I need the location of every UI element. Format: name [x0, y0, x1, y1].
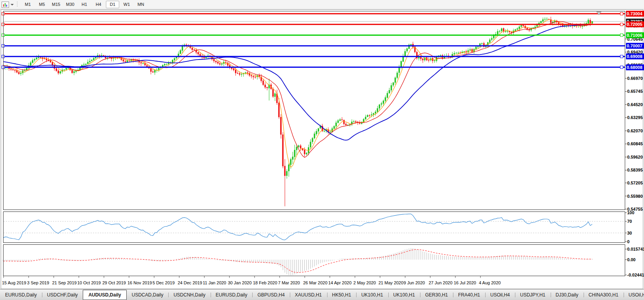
date-axis-label: 11 Jan 2020 [203, 280, 226, 285]
price-axis-tick: 0.58395 [627, 168, 643, 172]
toolbar-drag-handle[interactable] [17, 2, 18, 7]
date-axis-label: 15 Aug 2019 [2, 280, 26, 285]
top-toolbar: M1M5M15M30H1H4D1W1MN [0, 0, 644, 9]
ohlc-close: 0.72282 [106, 11, 123, 16]
timeframe-button-d1[interactable]: D1 [106, 1, 119, 8]
date-axis-label: 27 Jun 2020 [429, 280, 453, 285]
hline-price-badge: 0.72005 [626, 22, 644, 27]
chart-window[interactable] [1, 9, 643, 289]
symbol-tab-usoil-h4[interactable]: USOil,H4 [485, 291, 515, 299]
timeframe-button-h1[interactable]: H1 [78, 1, 91, 8]
chart-symbol-period: AUDUSD,Daily [11, 11, 44, 16]
date-axis-label: 21 Sep 2019 [52, 280, 76, 285]
chart-windows-icon[interactable] [2, 2, 9, 8]
date-axis-label: 21 May 2020 [378, 280, 404, 285]
date-axis-label: 14 Apr 2020 [328, 280, 351, 285]
date-axis-label: 29 Oct 2019 [102, 280, 126, 285]
date-axis-label: 10 Oct 2019 [77, 280, 101, 285]
rsi-name: RSI(14) [5, 213, 20, 218]
symbol-tab-china300-h1[interactable]: CHINA300,H1 [584, 291, 624, 299]
hline-price-badge: 0.71006 [626, 32, 644, 38]
timeframe-button-w1[interactable]: W1 [120, 1, 133, 8]
ohlc-high: 0.72291 [67, 11, 84, 16]
chart-symbol-marker-icon [6, 12, 9, 15]
date-axis-label: 26 Mar 2020 [303, 280, 327, 285]
price-axis-tick: 0.65745 [627, 89, 643, 94]
icon-bar-red [3, 4, 4, 7]
price-axis-tick: 0.66970 [627, 76, 643, 81]
symbol-tab-usdcnh-daily[interactable]: USDCNH,Daily [168, 291, 210, 299]
date-axis-label: 7 Mar 2020 [278, 280, 300, 285]
symbol-tab-xauusd-h1[interactable]: XAUUSD,H1 [290, 291, 327, 299]
macd-axis-tick: -0.024412 [627, 273, 644, 277]
rsi-axis-tick: 30 [627, 231, 632, 235]
macd-label: MACD(12,26,9) 0.004172 0.004460 [5, 246, 74, 251]
hline-price-badge: 0.73004 [626, 11, 644, 17]
macd-axis-tick: 0.015741 [627, 247, 644, 251]
symbol-tab-eurusd-daily[interactable]: EURUSD,Daily [211, 291, 253, 299]
timeframe-button-m1[interactable]: M1 [21, 1, 35, 8]
symbol-tab-usdjpy-h1[interactable]: USDJPY,H1 [515, 291, 550, 299]
price-axis-tick: 0.59620 [627, 155, 643, 159]
rsi-label: RSI(14) 66.7832 [5, 213, 37, 218]
symbol-tab-hk50-h1[interactable]: HK50,H1 [327, 291, 357, 299]
date-axis-label: 18 Feb 2020 [253, 280, 277, 285]
price-axis-tick: 0.63295 [627, 115, 643, 120]
date-axis-label: 24 Dec 2019 [178, 280, 202, 285]
ohlc-open: 0.72105 [47, 11, 64, 16]
macd-axis-tick: 0.00 [627, 257, 635, 262]
price-axis-tick: 0.64520 [627, 102, 643, 107]
timeframe-button-h4[interactable]: H4 [92, 1, 105, 8]
icon-bar-green [5, 3, 5, 7]
price-axis-tick: 0.60845 [627, 141, 643, 146]
price-axis-tick: 0.55980 [627, 194, 643, 199]
symbol-tab-eurusd-daily[interactable]: EURUSD,Daily [0, 291, 42, 299]
rsi-axis-tick: 70 [627, 219, 632, 224]
symbol-tab-bar: EURUSD,DailyUSDCHF,DailyAUDUSD,DailyUSDC… [0, 289, 644, 300]
symbol-tabs: EURUSD,DailyUSDCHF,DailyAUDUSD,DailyUSDC… [0, 290, 644, 300]
macd-name: MACD(12,26,9) [5, 246, 35, 251]
macd-main-value: 0.004172 [36, 246, 55, 251]
hline-price-badge: 0.70007 [626, 43, 644, 49]
symbol-tab-usoil-h1[interactable]: USOil,H1 [624, 291, 644, 299]
symbol-tab-uk100-h1[interactable]: UK100,H1 [388, 291, 420, 299]
date-axis-label: 16 Jul 2020 [454, 280, 476, 285]
timeframe-button-m5[interactable]: M5 [35, 1, 49, 8]
symbol-tab-usdcad-daily[interactable]: USDCAD,Daily [127, 291, 169, 299]
symbol-tab-uk100-h1[interactable]: UK100,H1 [356, 291, 388, 299]
ohlc-low: 0.72046 [86, 11, 103, 16]
symbol-tab-usdchf-daily[interactable]: USDCHF,Daily [42, 291, 83, 299]
hline-price-badge: 0.69008 [626, 54, 644, 60]
chevron-down-icon[interactable] [11, 4, 14, 5]
chart-title-row: AUDUSD,Daily 0.72105 0.72291 0.72046 0.7… [6, 11, 123, 16]
timeframe-button-mn[interactable]: MN [134, 1, 147, 8]
date-axis-label: 2 May 2020 [353, 280, 376, 285]
symbol-tab-audusd-daily[interactable]: AUDUSD,Daily [83, 290, 126, 300]
date-axis-label: 3 Sep 2019 [27, 280, 49, 285]
price-axis-tick: 0.57205 [627, 181, 643, 185]
date-axis-label: 16 Nov 2019 [127, 280, 152, 285]
date-axis-label: 30 Jan 2020 [228, 280, 252, 285]
rsi-value: 66.7832 [22, 213, 37, 218]
timeframe-button-m30[interactable]: M30 [64, 1, 77, 8]
hline-price-badge: 0.68008 [626, 64, 644, 70]
icon-bar-blue [6, 5, 7, 7]
price-axis-tick: 0.62070 [627, 128, 643, 133]
date-axis-label: 5 Dec 2019 [153, 280, 175, 285]
symbol-tab-fra40-h1[interactable]: FRA40,H1 [453, 291, 485, 299]
date-axis-label: 4 Aug 2020 [479, 280, 501, 285]
macd-signal-value: 0.004460 [56, 246, 74, 251]
rsi-axis-tick: 100 [627, 210, 634, 215]
symbol-tab-ger30-h1[interactable]: GER30,H1 [420, 291, 453, 299]
symbol-tab-dj30-daily[interactable]: DJ30,Daily [551, 291, 584, 299]
date-axis-label: 9 Jun 2020 [404, 280, 425, 285]
rsi-axis-tick: 0 [627, 239, 629, 244]
symbol-tab-gbpusd-h4[interactable]: GBPUSD,H4 [252, 291, 289, 299]
timeframe-button-m15[interactable]: M15 [49, 1, 63, 8]
timeframe-button-group: M1M5M15M30H1H4D1W1MN [21, 1, 148, 8]
